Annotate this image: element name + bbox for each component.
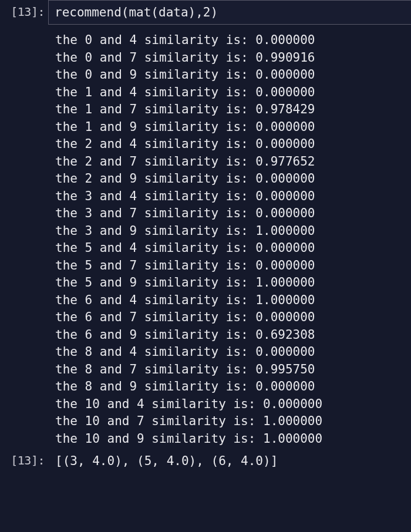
output-cell-row: the 0 and 4 similarity is: 0.000000 the … xyxy=(0,28,411,451)
code-text: recommend(mat(data),2) xyxy=(55,5,218,19)
input-prompt-label: [13]: xyxy=(0,0,48,23)
code-input-area[interactable]: recommend(mat(data),2) xyxy=(48,0,411,25)
stdout-output-area: the 0 and 4 similarity is: 0.000000 the … xyxy=(48,28,411,451)
input-cell-row: [13]: recommend(mat(data),2) xyxy=(0,0,411,25)
result-output-area: [(3, 4.0), (5, 4.0), (6, 4.0)] xyxy=(48,451,411,471)
output-prompt-label: [13]: xyxy=(0,451,48,470)
result-cell-row: [13]: [(3, 4.0), (5, 4.0), (6, 4.0)] xyxy=(0,451,411,471)
